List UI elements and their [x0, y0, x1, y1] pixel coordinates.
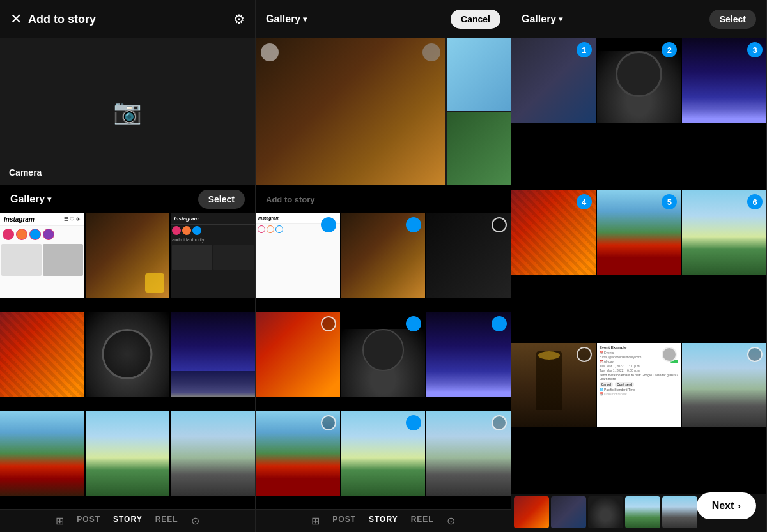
- camera-icon-wrap: 📷: [113, 98, 142, 125]
- photo-cell[interactable]: 1: [511, 38, 596, 123]
- thumbnail[interactable]: [551, 496, 586, 528]
- photo-cell[interactable]: Instagram androidauthority: [171, 213, 255, 298]
- selection-number[interactable]: 4: [577, 194, 592, 209]
- camera-screen-preview: [256, 38, 511, 185]
- panel3-header: Gallery ▾ Select: [511, 0, 766, 38]
- photo-cell[interactable]: [341, 213, 426, 298]
- thumbnail[interactable]: [625, 496, 660, 528]
- selection-circle[interactable]: [492, 217, 507, 232]
- photo-cell[interactable]: [171, 312, 255, 397]
- next-button[interactable]: Next ›: [697, 492, 756, 519]
- next-label: Next: [712, 500, 734, 512]
- selection-number[interactable]: 3: [747, 42, 763, 57]
- ig-screenshot: Instagram ☰ ♡ ✈: [0, 213, 84, 298]
- gallery-dropdown-2[interactable]: Gallery ▾: [266, 13, 307, 25]
- photo-cell[interactable]: 5: [597, 190, 681, 275]
- gallery-label-2: Gallery: [266, 13, 300, 25]
- tab-reel-2[interactable]: REEL: [411, 515, 434, 527]
- photo-cell[interactable]: [256, 411, 340, 496]
- photo-cell[interactable]: [0, 312, 84, 397]
- thumbnail[interactable]: [588, 496, 623, 528]
- photo-cell[interactable]: 4: [511, 190, 596, 275]
- gallery-dropdown-3[interactable]: Gallery ▾: [522, 13, 562, 25]
- panel-1: ✕ Add to story ⚙ 📷 Camera Gallery ▾ Sele…: [0, 0, 256, 532]
- grid-icon[interactable]: ⊞: [56, 515, 64, 527]
- camera-tab-icon-2[interactable]: ⊙: [447, 515, 455, 527]
- photo-cell[interactable]: [341, 312, 426, 397]
- photo-cell[interactable]: Instagram: [256, 213, 340, 298]
- photo-cell[interactable]: [426, 312, 511, 397]
- photo-cell[interactable]: [86, 411, 170, 496]
- cancel-button[interactable]: Cancel: [451, 10, 500, 29]
- selection-circle[interactable]: [662, 347, 677, 362]
- photo-cell[interactable]: [86, 312, 170, 397]
- ig-stories: [0, 226, 84, 243]
- gallery-row-2: Add to story: [256, 185, 511, 213]
- camera-icon: 📷: [113, 98, 142, 125]
- select-button[interactable]: Select: [198, 190, 245, 209]
- photo-cell dim[interactable]: [426, 213, 511, 298]
- tab-post-2[interactable]: POST: [332, 515, 356, 527]
- selection-circle[interactable]: [321, 316, 336, 331]
- photo-cell[interactable]: Event Example 📅 Events curtis.j@androida…: [597, 343, 681, 427]
- selection-number[interactable]: 1: [577, 42, 592, 57]
- select-button-3[interactable]: Select: [709, 10, 756, 29]
- panel1-header: ✕ Add to story ⚙: [0, 0, 255, 38]
- gallery-label: Gallery: [10, 194, 45, 205]
- grid-icon-2[interactable]: ⊞: [311, 515, 320, 527]
- ig-header: Instagram ☰ ♡ ✈: [0, 213, 84, 226]
- selection-circle[interactable]: [321, 415, 336, 430]
- photo-cell[interactable]: 3: [682, 38, 766, 123]
- tab-reel[interactable]: REEL: [155, 515, 178, 527]
- panel-3: Gallery ▾ Select 1 2 3 4: [511, 0, 767, 532]
- tab-story-2[interactable]: STORY: [369, 515, 398, 527]
- gallery-row-1: Gallery ▾ Select: [0, 185, 255, 213]
- photo-grid-1: Instagram ☰ ♡ ✈: [0, 213, 255, 509]
- camera-preview[interactable]: 📷 Camera: [0, 38, 255, 185]
- photo-cell[interactable]: [511, 343, 596, 427]
- page-title: Add to story: [28, 13, 96, 26]
- bottom-tabs-1: ⊞ POST STORY REEL ⊙: [0, 509, 255, 532]
- gallery-label-3: Gallery: [522, 13, 556, 25]
- thumbnail[interactable]: [514, 496, 549, 528]
- tab-post[interactable]: POST: [77, 515, 100, 527]
- selection-circle[interactable]: [577, 347, 592, 362]
- gallery-inner-label[interactable]: Add to story: [266, 195, 315, 204]
- photo-cell[interactable]: [256, 312, 340, 397]
- chevron-down-icon-2: ▾: [303, 15, 307, 24]
- thumbnail[interactable]: [662, 496, 697, 528]
- tab-story[interactable]: STORY: [113, 515, 143, 527]
- panel2-header: Gallery ▾ Cancel: [256, 0, 511, 38]
- photo-cell[interactable]: 2: [597, 38, 681, 123]
- chevron-down-icon: ▾: [47, 195, 51, 204]
- bottom-tabs-2: ⊞ POST STORY REEL ⊙: [256, 509, 511, 532]
- chevron-right-icon: ›: [738, 501, 741, 511]
- photo-grid-2: Instagram: [256, 213, 511, 509]
- photo-cell[interactable]: [426, 411, 511, 496]
- photo-cell[interactable]: [86, 213, 170, 298]
- ig-screenshot-dark: Instagram androidauthority: [171, 213, 255, 298]
- photo-grid-3: 1 2 3 4 5 6: [511, 38, 766, 494]
- photo-cell[interactable]: 6: [682, 190, 766, 275]
- chevron-down-icon-3: ▾: [559, 15, 562, 24]
- gallery-dropdown[interactable]: Gallery ▾: [10, 194, 51, 205]
- camera-label: Camera: [9, 167, 42, 178]
- photo-cell[interactable]: Instagram ☰ ♡ ✈: [0, 213, 84, 298]
- camera-tab-icon[interactable]: ⊙: [191, 515, 199, 527]
- settings-icon[interactable]: ⚙: [233, 11, 245, 27]
- photo-cell[interactable]: [171, 411, 255, 496]
- selection-circle[interactable]: [492, 316, 507, 331]
- photo-cell[interactable]: [682, 343, 766, 427]
- selection-circle[interactable]: [492, 415, 507, 430]
- panel-2: Gallery ▾ Cancel Add to story: [256, 0, 511, 532]
- header-left-group: ✕ Add to story: [10, 11, 96, 27]
- photo-cell[interactable]: [341, 411, 426, 496]
- photo-cell[interactable]: [0, 411, 84, 496]
- selection-circle[interactable]: [321, 217, 336, 232]
- close-icon[interactable]: ✕: [10, 11, 22, 27]
- selection-circle[interactable]: [747, 347, 763, 362]
